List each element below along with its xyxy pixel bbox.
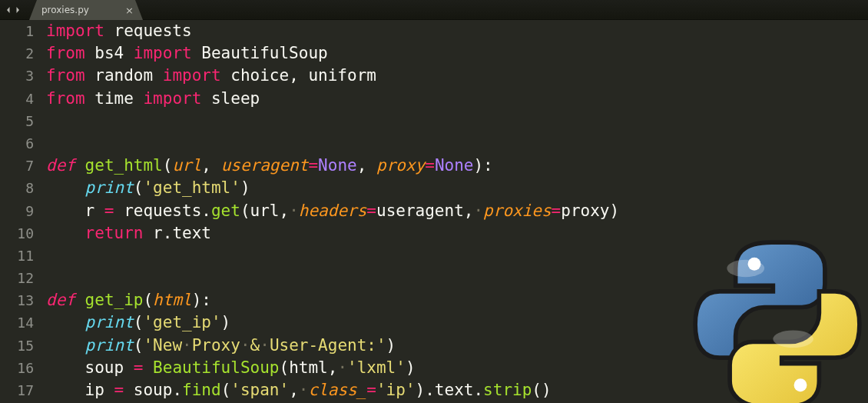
code-line[interactable]: [46, 267, 868, 289]
line-number: 1: [0, 20, 34, 42]
line-number: 4: [0, 88, 34, 110]
close-icon[interactable]: ×: [125, 5, 134, 15]
line-number: 11: [0, 245, 34, 267]
line-number: 17: [0, 379, 34, 401]
code-line[interactable]: ip = soup.find('span',·class_='ip').text…: [46, 379, 868, 401]
code-line[interactable]: from random import choice, uniform: [46, 65, 868, 87]
code-editor[interactable]: 1234567891011121314151617 import request…: [0, 20, 868, 403]
chevron-left-icon: [5, 6, 12, 14]
code-line[interactable]: from bs4 import BeautifulSoup: [46, 42, 868, 65]
code-line[interactable]: def get_html(url, useragent=None, proxy=…: [46, 155, 868, 177]
line-number: 9: [0, 200, 34, 222]
code-line[interactable]: r = requests.get(url,·headers=useragent,…: [46, 200, 868, 222]
line-number: 8: [0, 177, 34, 199]
line-number: 10: [0, 222, 34, 245]
tab-filename: proxies.py: [41, 5, 89, 15]
code-line[interactable]: print('New·Proxy·&·User-Agent:'): [46, 335, 868, 357]
line-number: 6: [0, 132, 34, 155]
line-number: 15: [0, 335, 34, 357]
line-number: 14: [0, 311, 34, 334]
code-line[interactable]: [46, 245, 868, 267]
line-number: 16: [0, 357, 34, 379]
code-line[interactable]: [46, 132, 868, 155]
line-number: 13: [0, 289, 34, 311]
code-line[interactable]: import requests: [46, 20, 868, 42]
code-line[interactable]: print('get_html'): [46, 177, 868, 199]
code-line[interactable]: print('get_ip'): [46, 311, 868, 334]
code-line[interactable]: [46, 110, 868, 132]
line-number: 3: [0, 65, 34, 87]
code-line[interactable]: def get_ip(html):: [46, 289, 868, 311]
chevron-right-icon: [14, 6, 22, 14]
code-line[interactable]: soup = BeautifulSoup(html,·'lxml'): [46, 357, 868, 379]
tab-proxies-py[interactable]: proxies.py ×: [29, 0, 143, 20]
code-line[interactable]: from time import sleep: [46, 88, 868, 110]
code-line[interactable]: return r.text: [46, 222, 868, 245]
tab-bar: proxies.py ×: [0, 0, 868, 20]
code-area[interactable]: import requestsfrom bs4 import Beautiful…: [43, 20, 868, 403]
line-number: 12: [0, 267, 34, 289]
line-number: 2: [0, 42, 34, 65]
line-number: 5: [0, 110, 34, 132]
tab-nav-arrows[interactable]: [0, 0, 26, 19]
line-number-gutter: 1234567891011121314151617: [0, 20, 43, 403]
line-number: 7: [0, 155, 34, 177]
